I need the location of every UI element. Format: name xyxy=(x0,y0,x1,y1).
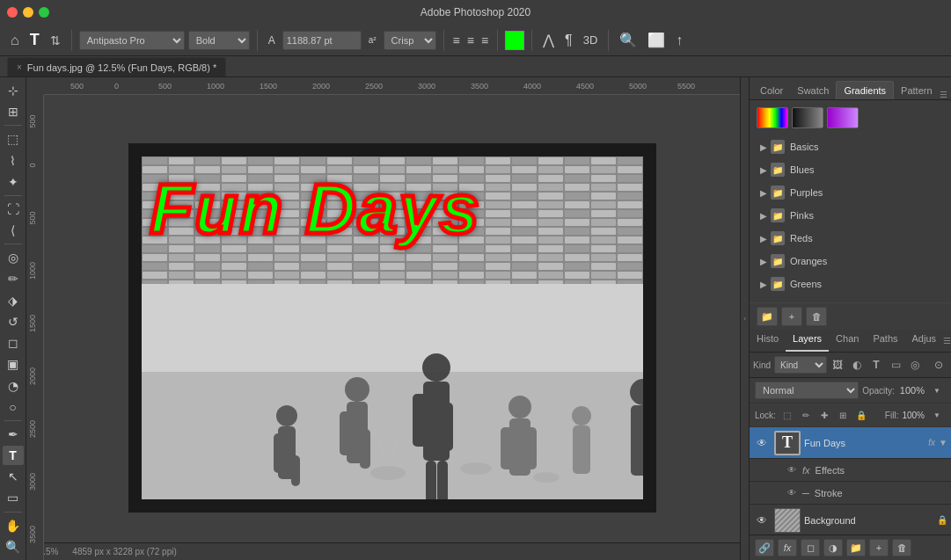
filter-pixel-icon[interactable]: 🖼 xyxy=(829,356,846,374)
font-size-input[interactable]: 1188.87 pt xyxy=(282,31,362,50)
blending-mode-select[interactable]: Normal xyxy=(755,382,859,399)
tab-swatch[interactable]: Swatch xyxy=(790,82,836,99)
healing-brush-tool[interactable]: ◎ xyxy=(3,248,24,267)
add-style-button[interactable]: fx xyxy=(778,539,797,556)
lock-image-button[interactable]: ✏ xyxy=(798,408,814,422)
magic-wand-tool[interactable]: ✦ xyxy=(3,172,24,192)
crop-tool[interactable]: ⛶ xyxy=(3,200,24,219)
align-right-button[interactable]: ≡ xyxy=(479,32,490,49)
layers-menu-button[interactable]: ☰ xyxy=(943,330,951,352)
tab-gradients[interactable]: Gradients xyxy=(836,81,894,99)
filter-adjust-icon[interactable]: ◐ xyxy=(848,356,866,374)
layer-filter-kind[interactable]: Kind xyxy=(774,356,827,374)
lock-artboard-button[interactable]: ⊞ xyxy=(835,408,851,422)
fill-arrow[interactable]: ▼ xyxy=(928,406,946,424)
close-button[interactable] xyxy=(7,7,18,18)
dodge-tool[interactable]: ○ xyxy=(3,397,24,417)
tab-paths[interactable]: Paths xyxy=(866,330,904,352)
layer-background[interactable]: 👁 Background 🔒 xyxy=(750,505,951,535)
marquee-tool[interactable]: ⬚ xyxy=(3,129,24,149)
align-left-button[interactable]: ≡ xyxy=(451,32,462,49)
tab-pattern[interactable]: Pattern xyxy=(894,82,939,99)
character-panel-button[interactable]: ¶ xyxy=(561,31,576,50)
tab-chan[interactable]: Chan xyxy=(829,330,866,352)
window-controls[interactable] xyxy=(7,7,49,18)
blur-tool[interactable]: ◔ xyxy=(3,375,24,395)
new-gradient-button[interactable]: + xyxy=(781,307,802,326)
filter-toggle[interactable]: ⊙ xyxy=(930,356,947,374)
minimize-button[interactable] xyxy=(23,7,33,18)
delete-layer-button[interactable]: 🗑 xyxy=(892,539,911,556)
path-select-tool[interactable]: ↖ xyxy=(3,467,24,486)
font-family-select[interactable]: Antipasto Pro xyxy=(79,31,185,50)
panel-menu-icon[interactable]: ☰ xyxy=(940,90,947,99)
document-tab[interactable]: × Fun days.jpg @ 12.5% (Fun Days, RGB/8)… xyxy=(7,57,226,76)
new-group-button[interactable]: 📁 xyxy=(846,539,866,556)
lock-position-button[interactable]: ✚ xyxy=(816,408,832,422)
hand-tool[interactable]: ✋ xyxy=(3,515,24,535)
workspace-button[interactable]: ⬜ xyxy=(644,30,669,50)
align-center-button[interactable]: ≡ xyxy=(465,32,476,49)
group-greens[interactable]: ▶ 📁 Greens xyxy=(757,273,944,295)
shape-tool[interactable]: ▭ xyxy=(3,488,24,507)
add-mask-button[interactable]: ◻ xyxy=(801,539,820,556)
lasso-tool[interactable]: ⌇ xyxy=(3,151,24,171)
history-brush-tool[interactable]: ↺ xyxy=(3,312,24,331)
tab-histo[interactable]: Histo xyxy=(750,330,786,352)
canvas-viewport[interactable]: Fun Days xyxy=(44,95,740,560)
zoom-tool[interactable]: 🔍 xyxy=(3,537,24,556)
tab-layers[interactable]: Layers xyxy=(786,330,829,352)
filter-smart-icon[interactable]: ◎ xyxy=(906,356,924,374)
gradient-thumb-dark[interactable] xyxy=(792,107,823,128)
layer-fun-days[interactable]: 👁 T Fun Days fx ▼ xyxy=(750,427,951,459)
brush-tool[interactable]: ✏ xyxy=(3,269,24,288)
type-orient-button[interactable]: ⇅ xyxy=(47,32,64,49)
type-tool[interactable]: T xyxy=(3,446,24,465)
lock-transparent-button[interactable]: ⬚ xyxy=(779,408,795,422)
filter-shape-icon[interactable]: ▭ xyxy=(887,356,904,374)
new-folder-button[interactable]: 📁 xyxy=(757,307,778,326)
anti-alias-select[interactable]: Crisp xyxy=(384,31,436,50)
group-oranges[interactable]: ▶ 📁 Oranges xyxy=(757,250,944,273)
warp-text-button[interactable]: ⋀ xyxy=(539,30,558,50)
font-style-select[interactable]: Bold xyxy=(188,31,250,50)
stamp-tool[interactable]: ⬗ xyxy=(3,291,24,310)
move-tool[interactable]: ⊹ xyxy=(3,81,24,100)
pen-tool[interactable]: ✒ xyxy=(3,425,24,444)
gradient-tool[interactable]: ▣ xyxy=(3,354,24,374)
eyedropper-tool[interactable]: ⟨ xyxy=(3,221,24,240)
opacity-arrow[interactable]: ▼ xyxy=(928,382,946,399)
tab-close-icon[interactable]: × xyxy=(17,62,22,72)
canvas-area[interactable]: 500 0 500 1000 1500 2000 2500 3000 3500 … xyxy=(26,77,740,560)
effects-visibility-icon[interactable]: 👁 xyxy=(785,463,799,477)
group-basics[interactable]: ▶ 📁 Basics xyxy=(757,135,944,158)
lock-all-button[interactable]: 🔒 xyxy=(853,408,869,422)
collapse-handle[interactable]: › xyxy=(740,77,749,560)
tab-adjus[interactable]: Adjus xyxy=(905,330,944,352)
delete-gradient-button[interactable]: 🗑 xyxy=(806,307,827,326)
artboard-tool[interactable]: ⊞ xyxy=(3,102,24,121)
group-blues[interactable]: ▶ 📁 Blues xyxy=(757,158,944,181)
new-fill-button[interactable]: ◑ xyxy=(823,539,843,556)
new-layer-button[interactable]: + xyxy=(869,539,889,556)
link-layers-button[interactable]: 🔗 xyxy=(755,539,774,556)
gradient-thumb-rainbow[interactable] xyxy=(757,107,788,128)
type-tool-button[interactable]: T xyxy=(26,29,43,51)
share-button[interactable]: ↑ xyxy=(672,31,686,50)
background-visibility-eye[interactable]: 👁 xyxy=(753,512,771,529)
tab-color[interactable]: Color xyxy=(753,82,790,99)
sublayer-effects[interactable]: 👁 fx Effects xyxy=(750,459,951,482)
stroke-visibility-icon[interactable]: 👁 xyxy=(785,486,799,500)
gradient-thumb-purple[interactable] xyxy=(827,107,859,128)
3d-button[interactable]: 3D xyxy=(580,32,602,48)
home-button[interactable]: ⌂ xyxy=(7,31,23,50)
search-button[interactable]: 🔍 xyxy=(616,30,640,50)
group-purples[interactable]: ▶ 📁 Purples xyxy=(757,181,944,204)
layer-visibility-eye[interactable]: 👁 xyxy=(753,434,771,452)
filter-type-icon[interactable]: T xyxy=(867,356,885,374)
group-pinks[interactable]: ▶ 📁 Pinks xyxy=(757,204,944,227)
text-color-swatch[interactable] xyxy=(505,31,524,50)
maximize-button[interactable] xyxy=(39,7,49,18)
group-reds[interactable]: ▶ 📁 Reds xyxy=(757,227,944,250)
layer-expand-icon[interactable]: ▼ xyxy=(939,438,947,447)
